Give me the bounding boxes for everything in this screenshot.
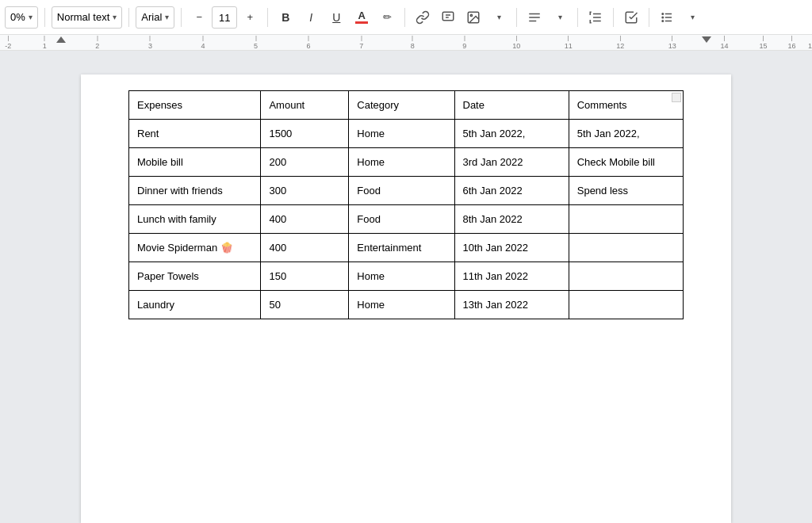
- page-area[interactable]: Expenses Amount Category Date Comments R…: [0, 51, 812, 523]
- list-chevron-icon: ▾: [691, 13, 695, 21]
- row-4-date: 10th Jan 2022: [454, 234, 569, 262]
- row-6-date: 13th Jan 2022: [454, 291, 569, 319]
- row-6-expense: Laundry: [129, 291, 261, 319]
- image-icon: [466, 10, 481, 25]
- table-body: Rent1500Home5th Jan 2022,5th Jan 2022,Mo…: [129, 120, 684, 319]
- table-row: Laundry50Home13th Jan 2022: [129, 291, 684, 319]
- sep-3: [181, 8, 182, 27]
- row-1-date: 3rd Jan 2022: [454, 148, 569, 177]
- insert-image-button[interactable]: [462, 6, 485, 29]
- ruler: -2123456789101112131415161718: [0, 35, 812, 51]
- sep-4: [267, 8, 268, 27]
- table-row: Rent1500Home5th Jan 2022,5th Jan 2022,: [129, 120, 684, 148]
- ruler-canvas: -2123456789101112131415161718: [0, 35, 812, 50]
- checklist-icon: [624, 10, 638, 25]
- highlight-button[interactable]: ✏: [376, 6, 398, 29]
- image-chevron-button[interactable]: ▾: [488, 6, 510, 29]
- row-3-category: Food: [349, 205, 454, 234]
- row-2-date: 6th Jan 2022: [454, 177, 569, 205]
- zoom-label: 0%: [10, 11, 25, 23]
- line-spacing-button[interactable]: [584, 6, 607, 29]
- table-row: Lunch with family400Food8th Jan 2022: [129, 205, 684, 234]
- document-page: Expenses Amount Category Date Comments R…: [81, 74, 731, 523]
- italic-button[interactable]: I: [300, 6, 322, 29]
- font-size-increase-button[interactable]: +: [239, 6, 261, 29]
- bullet-list-button[interactable]: [656, 6, 678, 29]
- zoom-group: 0% ▾: [5, 6, 38, 29]
- row-0-comments: 5th Jan 2022,: [569, 120, 683, 148]
- row-0-category: Home: [349, 120, 454, 148]
- toolbar: 0% ▾ Normal text ▾ Arial ▾ − 11 + B I U …: [0, 0, 812, 35]
- font-size-group: − 11 +: [188, 6, 261, 29]
- insert-comment-button[interactable]: [437, 6, 459, 29]
- row-0-date: 5th Jan 2022,: [454, 120, 569, 148]
- align-chevron-icon: ▾: [558, 13, 562, 21]
- row-3-comments: [569, 205, 683, 234]
- align-chevron-button[interactable]: ▾: [549, 6, 571, 29]
- style-chevron-icon: ▾: [113, 13, 117, 21]
- row-6-amount: 50: [261, 291, 349, 319]
- font-size-input[interactable]: 11: [212, 6, 237, 29]
- underline-button[interactable]: U: [325, 6, 347, 29]
- line-spacing-icon: [588, 10, 603, 25]
- row-1-category: Home: [349, 148, 454, 177]
- svg-point-16: [662, 20, 664, 21]
- align-icon: [527, 10, 542, 25]
- header-amount: Amount: [261, 91, 349, 120]
- align-button[interactable]: [523, 6, 546, 29]
- style-select[interactable]: Normal text ▾: [52, 6, 122, 29]
- row-4-comments: [569, 234, 683, 262]
- bold-button[interactable]: B: [274, 6, 297, 29]
- row-6-comments: [569, 291, 683, 319]
- sep-8: [613, 8, 614, 27]
- row-4-expense: Movie Spiderman 🍿: [129, 234, 261, 262]
- scroll-indicator[interactable]: [672, 93, 681, 102]
- table-row: Mobile bill200Home3rd Jan 2022Check Mobi…: [129, 148, 684, 177]
- row-5-amount: 150: [261, 262, 349, 291]
- zoom-select[interactable]: 0% ▾: [5, 6, 38, 29]
- comment-icon: [441, 10, 455, 25]
- row-0-amount: 1500: [261, 120, 349, 148]
- header-comments: Comments: [569, 91, 683, 120]
- sep-1: [44, 8, 45, 27]
- table-header-row: Expenses Amount Category Date Comments: [129, 91, 684, 120]
- list-chevron-button[interactable]: ▾: [681, 6, 703, 29]
- sep-7: [577, 8, 578, 27]
- link-icon: [416, 10, 430, 25]
- font-color-button[interactable]: A: [350, 6, 373, 29]
- row-4-category: Entertainment: [349, 234, 454, 262]
- row-2-comments: Spend less: [569, 177, 683, 205]
- font-label: Arial: [141, 11, 162, 23]
- header-date: Date: [454, 91, 569, 120]
- row-3-amount: 400: [261, 205, 349, 234]
- header-expenses: Expenses: [129, 91, 261, 120]
- image-chevron-icon: ▾: [497, 13, 501, 21]
- font-size-decrease-button[interactable]: −: [188, 6, 210, 29]
- svg-rect-0: [443, 12, 454, 21]
- svg-point-4: [471, 14, 473, 16]
- row-5-category: Home: [349, 262, 454, 291]
- row-5-expense: Paper Towels: [129, 262, 261, 291]
- row-3-date: 8th Jan 2022: [454, 205, 569, 234]
- header-category: Category: [349, 91, 454, 120]
- expense-table: Expenses Amount Category Date Comments R…: [128, 90, 684, 319]
- row-3-expense: Lunch with family: [129, 205, 261, 234]
- checklist-button[interactable]: [620, 6, 642, 29]
- row-0-expense: Rent: [129, 120, 261, 148]
- font-color-bar: [355, 21, 368, 24]
- link-button[interactable]: [412, 6, 434, 29]
- row-1-amount: 200: [261, 148, 349, 177]
- row-5-date: 11th Jan 2022: [454, 262, 569, 291]
- sep-2: [128, 8, 129, 27]
- row-1-comments: Check Mobile bill: [569, 148, 683, 177]
- svg-point-14: [662, 13, 664, 14]
- row-4-amount: 400: [261, 234, 349, 262]
- style-label: Normal text: [57, 11, 109, 23]
- zoom-chevron-icon: ▾: [29, 13, 33, 21]
- font-select[interactable]: Arial ▾: [136, 6, 174, 29]
- sep-5: [404, 8, 405, 27]
- table-row: Paper Towels150Home11th Jan 2022: [129, 262, 684, 291]
- row-2-category: Food: [349, 177, 454, 205]
- row-6-category: Home: [349, 291, 454, 319]
- table-row: Dinner with friends300Food6th Jan 2022Sp…: [129, 177, 684, 205]
